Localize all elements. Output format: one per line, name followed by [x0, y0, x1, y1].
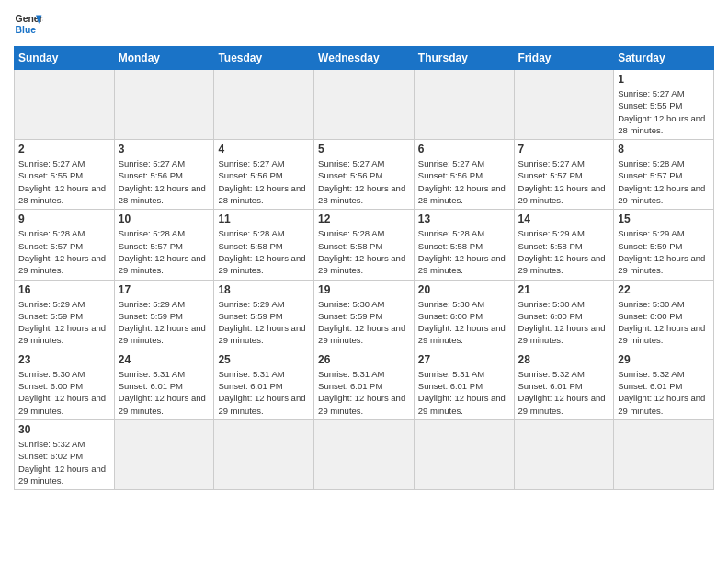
day-info: Sunrise: 5:27 AMSunset: 5:55 PMDaylight:…	[618, 87, 710, 136]
calendar-cell	[614, 419, 714, 489]
day-number: 7	[518, 143, 610, 155]
header-thursday: Thursday	[414, 47, 514, 70]
day-info: Sunrise: 5:29 AMSunset: 5:58 PMDaylight:…	[518, 227, 610, 276]
calendar-cell: 12Sunrise: 5:28 AMSunset: 5:58 PMDayligh…	[314, 210, 415, 280]
calendar-cell: 24Sunrise: 5:31 AMSunset: 6:01 PMDayligh…	[114, 350, 214, 419]
calendar-cell: 26Sunrise: 5:31 AMSunset: 6:01 PMDayligh…	[314, 350, 415, 419]
calendar-cell: 27Sunrise: 5:31 AMSunset: 6:01 PMDayligh…	[414, 350, 514, 419]
calendar-cell: 3Sunrise: 5:27 AMSunset: 5:56 PMDaylight…	[114, 140, 214, 210]
day-number: 27	[418, 353, 510, 366]
day-number: 2	[18, 143, 110, 155]
day-info: Sunrise: 5:27 AMSunset: 5:55 PMDaylight:…	[18, 157, 110, 206]
calendar-cell	[15, 70, 115, 140]
calendar-cell	[214, 70, 314, 140]
calendar-cell	[514, 419, 614, 489]
day-info: Sunrise: 5:31 AMSunset: 6:01 PMDaylight:…	[119, 368, 210, 417]
calendar-cell	[214, 419, 314, 489]
day-number: 17	[119, 283, 210, 296]
calendar-cell: 20Sunrise: 5:30 AMSunset: 6:00 PMDayligh…	[414, 280, 514, 350]
day-number: 18	[218, 283, 310, 296]
day-info: Sunrise: 5:30 AMSunset: 6:00 PMDaylight:…	[518, 298, 610, 347]
calendar-cell: 29Sunrise: 5:32 AMSunset: 6:01 PMDayligh…	[614, 350, 714, 419]
day-number: 11	[218, 213, 310, 225]
calendar-cell: 8Sunrise: 5:28 AMSunset: 5:57 PMDaylight…	[614, 140, 714, 210]
calendar-cell: 13Sunrise: 5:28 AMSunset: 5:58 PMDayligh…	[414, 210, 514, 280]
calendar-cell	[414, 70, 514, 140]
week-row-4: 16Sunrise: 5:29 AMSunset: 5:59 PMDayligh…	[15, 280, 714, 350]
day-number: 24	[119, 353, 210, 366]
calendar-cell: 25Sunrise: 5:31 AMSunset: 6:01 PMDayligh…	[214, 350, 314, 419]
generalblue-logo-icon: General Blue	[14, 9, 43, 39]
calendar-cell: 4Sunrise: 5:27 AMSunset: 5:56 PMDaylight…	[214, 140, 314, 210]
calendar-cell	[514, 70, 614, 140]
calendar-cell: 5Sunrise: 5:27 AMSunset: 5:56 PMDaylight…	[314, 140, 415, 210]
day-info: Sunrise: 5:28 AMSunset: 5:58 PMDaylight:…	[418, 227, 510, 276]
calendar-table: SundayMondayTuesdayWednesdayThursdayFrid…	[14, 46, 714, 490]
day-number: 21	[518, 283, 610, 296]
day-number: 8	[618, 143, 710, 155]
calendar-cell	[314, 419, 415, 489]
day-info: Sunrise: 5:27 AMSunset: 5:56 PMDaylight:…	[119, 157, 210, 206]
day-info: Sunrise: 5:31 AMSunset: 6:01 PMDaylight:…	[218, 368, 310, 417]
day-number: 10	[119, 213, 210, 225]
calendar-cell: 7Sunrise: 5:27 AMSunset: 5:57 PMDaylight…	[514, 140, 614, 210]
header-friday: Friday	[514, 47, 614, 70]
header-sunday: Sunday	[15, 47, 115, 70]
day-info: Sunrise: 5:29 AMSunset: 5:59 PMDaylight:…	[18, 298, 110, 347]
calendar-cell: 11Sunrise: 5:28 AMSunset: 5:58 PMDayligh…	[214, 210, 314, 280]
calendar-cell: 16Sunrise: 5:29 AMSunset: 5:59 PMDayligh…	[15, 280, 115, 350]
day-info: Sunrise: 5:28 AMSunset: 5:57 PMDaylight:…	[618, 157, 710, 206]
day-number: 16	[18, 283, 110, 296]
day-number: 26	[318, 353, 410, 366]
day-number: 6	[418, 143, 510, 155]
calendar-cell: 19Sunrise: 5:30 AMSunset: 5:59 PMDayligh…	[314, 280, 415, 350]
day-number: 20	[418, 283, 510, 296]
day-number: 29	[618, 353, 710, 366]
calendar-cell: 22Sunrise: 5:30 AMSunset: 6:00 PMDayligh…	[614, 280, 714, 350]
day-number: 28	[518, 353, 610, 366]
day-number: 12	[318, 213, 410, 225]
day-number: 9	[18, 213, 110, 225]
calendar-cell: 14Sunrise: 5:29 AMSunset: 5:58 PMDayligh…	[514, 210, 614, 280]
day-info: Sunrise: 5:32 AMSunset: 6:01 PMDaylight:…	[618, 368, 710, 417]
day-number: 22	[618, 283, 710, 296]
calendar-cell	[114, 70, 214, 140]
header-saturday: Saturday	[614, 47, 714, 70]
day-info: Sunrise: 5:32 AMSunset: 6:01 PMDaylight:…	[518, 368, 610, 417]
day-info: Sunrise: 5:30 AMSunset: 6:00 PMDaylight:…	[618, 298, 710, 347]
day-info: Sunrise: 5:29 AMSunset: 5:59 PMDaylight:…	[618, 227, 710, 276]
calendar-cell: 18Sunrise: 5:29 AMSunset: 5:59 PMDayligh…	[214, 280, 314, 350]
svg-text:Blue: Blue	[16, 25, 37, 35]
day-info: Sunrise: 5:27 AMSunset: 5:56 PMDaylight:…	[318, 157, 410, 206]
day-number: 13	[418, 213, 510, 225]
header: General Blue	[14, 9, 714, 39]
calendar-cell: 1Sunrise: 5:27 AMSunset: 5:55 PMDaylight…	[614, 70, 714, 140]
day-number: 19	[318, 283, 410, 296]
week-row-2: 2Sunrise: 5:27 AMSunset: 5:55 PMDaylight…	[15, 140, 714, 210]
day-info: Sunrise: 5:30 AMSunset: 6:00 PMDaylight:…	[418, 298, 510, 347]
week-row-1: 1Sunrise: 5:27 AMSunset: 5:55 PMDaylight…	[15, 70, 714, 140]
day-number: 25	[218, 353, 310, 366]
header-wednesday: Wednesday	[314, 47, 415, 70]
header-tuesday: Tuesday	[214, 47, 314, 70]
day-number: 30	[18, 423, 110, 436]
day-number: 4	[218, 143, 310, 155]
calendar-cell: 23Sunrise: 5:30 AMSunset: 6:00 PMDayligh…	[15, 350, 115, 419]
calendar-cell: 10Sunrise: 5:28 AMSunset: 5:57 PMDayligh…	[114, 210, 214, 280]
calendar-cell	[114, 419, 214, 489]
logo: General Blue	[14, 9, 43, 39]
day-info: Sunrise: 5:28 AMSunset: 5:58 PMDaylight:…	[318, 227, 410, 276]
day-info: Sunrise: 5:29 AMSunset: 5:59 PMDaylight:…	[218, 298, 310, 347]
day-info: Sunrise: 5:28 AMSunset: 5:57 PMDaylight:…	[119, 227, 210, 276]
day-number: 23	[18, 353, 110, 366]
calendar-cell	[414, 419, 514, 489]
day-info: Sunrise: 5:28 AMSunset: 5:58 PMDaylight:…	[218, 227, 310, 276]
day-info: Sunrise: 5:30 AMSunset: 5:59 PMDaylight:…	[318, 298, 410, 347]
day-info: Sunrise: 5:27 AMSunset: 5:56 PMDaylight:…	[218, 157, 310, 206]
day-info: Sunrise: 5:32 AMSunset: 6:02 PMDaylight:…	[18, 438, 110, 487]
calendar-cell: 15Sunrise: 5:29 AMSunset: 5:59 PMDayligh…	[614, 210, 714, 280]
day-info: Sunrise: 5:30 AMSunset: 6:00 PMDaylight:…	[18, 368, 110, 417]
calendar-cell: 21Sunrise: 5:30 AMSunset: 6:00 PMDayligh…	[514, 280, 614, 350]
day-info: Sunrise: 5:27 AMSunset: 5:56 PMDaylight:…	[418, 157, 510, 206]
calendar-cell: 28Sunrise: 5:32 AMSunset: 6:01 PMDayligh…	[514, 350, 614, 419]
